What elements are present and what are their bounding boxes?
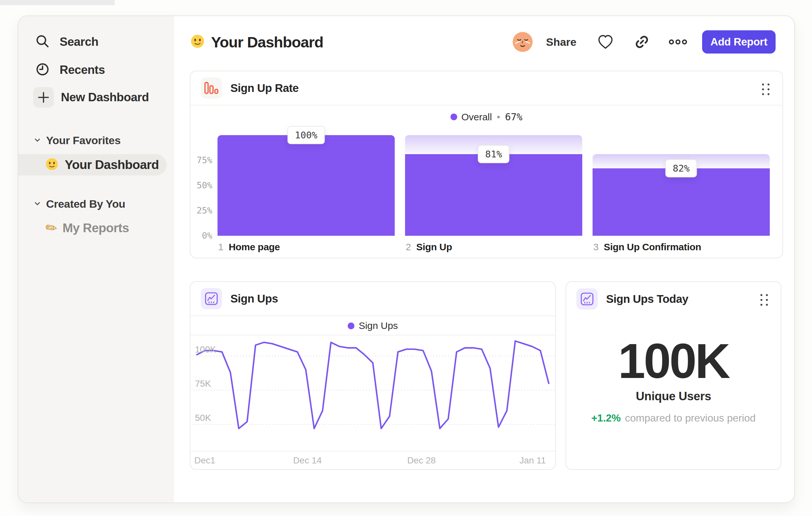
y-tick: 50K [195, 413, 211, 423]
page-title: Your Dashboard [191, 33, 323, 51]
x-axis-line [191, 451, 555, 452]
sidebar-item-my-reports[interactable]: ✏ My Reports [46, 218, 129, 238]
legend-dot [451, 113, 457, 120]
card-title: Sign Ups Today [606, 293, 688, 305]
card-sign-ups: Sign Ups Sign Ups 100K 75K 50K Dec1 Dec … [190, 281, 556, 470]
funnel-value-chip: 81% [478, 145, 510, 163]
heart-icon[interactable] [597, 33, 614, 50]
y-tick: 50% [192, 180, 212, 191]
page-title-text: Your Dashboard [211, 33, 323, 51]
funnel-value-chip: 82% [665, 159, 697, 178]
card-title: Sign Up Rate [230, 82, 299, 94]
x-tick: Jan 11 [513, 455, 552, 466]
step-number: 3 [593, 242, 599, 252]
sidebar-item-label: Search [60, 35, 98, 49]
avatar[interactable] [512, 31, 533, 53]
step-label: 3 Sign Up Confirmation [593, 242, 701, 252]
card-sign-ups-today: Sign Ups Today 100K Unique Users +1.2% c… [566, 281, 781, 470]
more-dots-icon[interactable] [669, 39, 687, 45]
main-content: Your Dashboard Share Add Report [174, 16, 794, 503]
card-header: Sign Up Rate [191, 71, 782, 105]
clock-icon [34, 61, 51, 79]
funnel-bar-solid [218, 135, 395, 236]
legend-label: Overall [461, 112, 492, 123]
sidebar-item-label: Your Dashboard [65, 158, 159, 172]
add-report-button[interactable]: Add Report [702, 30, 776, 54]
smiley-emoji-icon [191, 34, 205, 50]
x-tick: Dec 28 [402, 455, 441, 466]
share-button[interactable]: Share [546, 36, 577, 48]
funnel-value-chip: 100% [287, 126, 325, 144]
funnel-legend: Overall • 67% [191, 111, 782, 123]
metric-value: 100K [566, 333, 781, 389]
funnel-bar-sign-up-confirmation[interactable]: 82% [592, 135, 770, 236]
drag-handle[interactable] [760, 294, 768, 306]
sidebar-item-new-dashboard[interactable]: New Dashboard [33, 87, 149, 108]
chevron-down-icon [33, 199, 41, 209]
y-tick: 0% [192, 230, 212, 241]
step-number: 1 [218, 242, 224, 252]
app-window: Search Recents New Dashboard Your Favori… [18, 16, 795, 503]
y-tick: 75K [195, 379, 211, 389]
sidebar-item-label: My Reports [62, 221, 129, 235]
search-icon [34, 33, 51, 51]
sidebar-item-recents[interactable]: Recents [34, 60, 105, 80]
y-tick: 100K [195, 345, 216, 355]
line-chart-icon [576, 288, 598, 309]
plus-icon [33, 87, 54, 108]
screen-edge-artifact [0, 0, 115, 5]
sidebar-item-your-dashboard[interactable]: Your Dashboard [18, 154, 167, 175]
header-actions: Share Add Report [512, 30, 776, 54]
step-name: Sign Up Confirmation [604, 242, 701, 252]
card-header: Sign Ups Today [566, 282, 781, 316]
sidebar-item-label: Recents [60, 63, 105, 77]
step-label: 1 Home page [218, 242, 280, 252]
sidebar-item-search[interactable]: Search [34, 32, 98, 52]
funnel-bar-solid [405, 154, 582, 236]
drag-handle[interactable] [762, 84, 770, 95]
funnel-plot[interactable]: 100% 81% 82% [218, 135, 770, 236]
sidebar-item-label: New Dashboard [61, 91, 149, 104]
step-name: Sign Up [416, 242, 452, 252]
funnel-bar-solid [592, 168, 770, 236]
metric-delta: +1.2% compared to previous period [566, 412, 781, 424]
card-sign-up-rate: Sign Up Rate Overall • 67% 75% 50% 25% 0… [190, 71, 783, 258]
step-label: 2 Sign Up [406, 242, 452, 252]
funnel-bar-sign-up[interactable]: 81% [405, 135, 582, 236]
legend-separator: • [497, 112, 500, 123]
sidebar-section-created-by-you[interactable]: Created By You [33, 198, 125, 210]
smiley-emoji-icon [46, 158, 58, 172]
sidebar-section-label: Created By You [46, 198, 125, 210]
funnel-bar-home-page[interactable]: 100% [218, 135, 395, 236]
funnel-chart-icon [201, 77, 222, 99]
metric-label: Unique Users [566, 389, 781, 403]
funnel-step-labels: 1 Home page 2 Sign Up 3 Sign Up Confirma… [218, 242, 770, 254]
sidebar-section-your-favorites[interactable]: Your Favorites [33, 134, 120, 147]
sidebar-section-label: Your Favorites [46, 134, 120, 147]
x-tick: Dec 14 [288, 455, 327, 466]
chevron-down-icon [33, 136, 41, 145]
step-name: Home page [229, 242, 280, 252]
sidebar: Search Recents New Dashboard Your Favori… [18, 16, 174, 503]
legend-value: 67% [505, 111, 522, 123]
delta-percent: +1.2% [591, 412, 621, 424]
pencil-icon: ✏ [45, 220, 58, 236]
y-tick: 75% [192, 155, 212, 165]
dashboard-header: Your Dashboard Share Add Report [191, 28, 776, 56]
x-tick: Dec1 [194, 455, 233, 466]
link-icon[interactable] [633, 33, 650, 51]
sign-ups-line-chart[interactable] [191, 282, 556, 470]
y-tick: 25% [192, 206, 212, 216]
delta-context: compared to previous period [625, 412, 756, 424]
step-number: 2 [406, 242, 411, 252]
